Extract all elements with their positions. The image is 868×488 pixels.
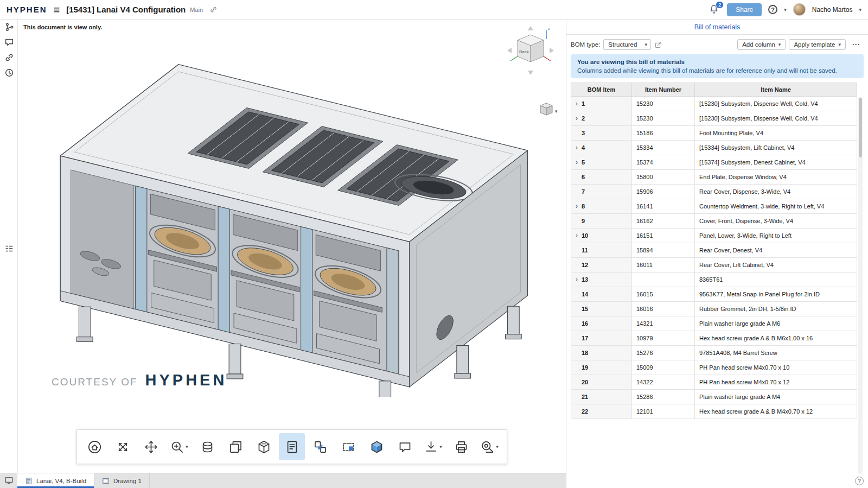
- expand-arrow-icon[interactable]: ›: [576, 100, 582, 107]
- export-button[interactable]: ▾: [420, 433, 446, 460]
- bom-item-cell[interactable]: ›2: [571, 111, 632, 126]
- table-row[interactable]: ›5 15374 [15374] Subsystem, Denest Cabin…: [571, 155, 857, 170]
- apply-template-button[interactable]: Apply template ▾: [789, 39, 846, 50]
- section-button[interactable]: [335, 433, 361, 460]
- expand-arrow-icon[interactable]: ›: [576, 115, 582, 122]
- open-in-new-icon[interactable]: [654, 41, 662, 49]
- table-row[interactable]: 18 15276 97851A408, M4 Barrel Screw: [571, 346, 857, 360]
- table-row[interactable]: 11 15894 Rear Cover, Denest, V4: [571, 243, 857, 258]
- history-button[interactable]: [0, 65, 18, 80]
- table-row[interactable]: 16 14321 Plain washer large grade A M6: [571, 316, 857, 331]
- view-options-button[interactable]: ▾: [540, 103, 558, 115]
- comments-button[interactable]: [0, 35, 18, 50]
- bom-item-cell[interactable]: 21: [571, 390, 632, 404]
- bom-item-cell[interactable]: ›5: [571, 155, 632, 170]
- bom-item-cell[interactable]: 11: [571, 243, 632, 258]
- bom-item-cell[interactable]: 9: [571, 214, 632, 229]
- chevron-down-icon[interactable]: ▾: [496, 444, 499, 449]
- isometric-button[interactable]: [363, 433, 390, 460]
- model-render[interactable]: [20, 28, 557, 397]
- bom-item-cell[interactable]: 17: [571, 331, 632, 346]
- main-menu-icon[interactable]: ≡: [54, 4, 60, 15]
- chevron-down-icon[interactable]: ▾: [555, 109, 558, 114]
- notifications-button[interactable]: 2: [709, 4, 720, 16]
- table-row[interactable]: 21 15286 Plain washer large grade A M4: [571, 390, 857, 404]
- workspace-label[interactable]: Main: [190, 7, 203, 13]
- add-column-button[interactable]: Add column ▾: [737, 39, 786, 50]
- chevron-down-icon[interactable]: ▾: [186, 444, 188, 449]
- tab-lanai-v4-b-build[interactable]: Lanai, V4, B-Build: [17, 473, 94, 488]
- bom-item-cell[interactable]: 12: [571, 258, 632, 272]
- expand-arrow-icon[interactable]: ›: [576, 276, 582, 283]
- column-header-bom-item[interactable]: BOM Item: [571, 83, 632, 97]
- table-row[interactable]: ›10 16151 Panel, Lower, 3-Wide, Right to…: [571, 229, 857, 243]
- bom-item-cell[interactable]: ›4: [571, 141, 632, 155]
- table-row[interactable]: 3 15186 Foot Mounting Plate, V4: [571, 126, 857, 141]
- table-row[interactable]: 14 16015 9563K77, Metal Snap-in Panel Pl…: [571, 287, 857, 302]
- help-chevron-down-icon[interactable]: ▾: [784, 7, 787, 12]
- viewcube-face-label[interactable]: Back: [519, 49, 529, 54]
- references-button[interactable]: [0, 50, 18, 65]
- bom-item-cell[interactable]: 16: [571, 316, 632, 331]
- bom-item-cell[interactable]: 19: [571, 360, 632, 375]
- bom-item-cell[interactable]: ›1: [571, 97, 632, 111]
- bom-item-cell[interactable]: 14: [571, 287, 632, 302]
- bom-help-button[interactable]: ?: [855, 477, 864, 485]
- versions-button[interactable]: [0, 20, 18, 35]
- table-row[interactable]: 9 16162 Cover, Front, Dispense, 3-Wide, …: [571, 214, 857, 229]
- copy-views-button[interactable]: [307, 433, 333, 460]
- help-button[interactable]: ?: [768, 5, 777, 14]
- view-cube[interactable]: Back z ▾: [501, 23, 561, 118]
- column-header-item-number[interactable]: Item Number: [632, 83, 695, 97]
- print-button[interactable]: [448, 433, 474, 460]
- bom-button[interactable]: [279, 433, 305, 460]
- pan-button[interactable]: [138, 433, 164, 460]
- bom-item-cell[interactable]: 18: [571, 346, 632, 360]
- zoom-button[interactable]: ▾: [166, 433, 192, 460]
- table-row[interactable]: 20 14322 PH Pan head screw M4x0.70 x 12: [571, 375, 857, 390]
- expand-arrow-icon[interactable]: ›: [576, 144, 582, 151]
- table-row[interactable]: 12 16011 Rear Cover, Lift Cabinet, V4: [571, 258, 857, 272]
- share-button[interactable]: Share: [727, 3, 762, 16]
- table-row[interactable]: ›4 15334 [15334] Subsystem, Lift Cabinet…: [571, 141, 857, 155]
- bom-type-dropdown[interactable]: Structured ▾: [603, 39, 651, 50]
- table-row[interactable]: ›8 16141 Countertop Weldment, 3-wide, Ri…: [571, 199, 857, 214]
- bom-item-cell[interactable]: ›10: [571, 229, 632, 243]
- bom-item-cell[interactable]: 20: [571, 375, 632, 390]
- more-options-icon[interactable]: ···: [849, 39, 864, 50]
- rotate-button[interactable]: [110, 433, 136, 460]
- table-row[interactable]: ›2 15230 [15230] Subsystem, Dispense Wel…: [571, 111, 857, 126]
- link-icon[interactable]: [209, 5, 218, 14]
- expand-arrow-icon[interactable]: ›: [576, 232, 582, 239]
- manage-tabs-button[interactable]: [0, 473, 17, 488]
- table-row[interactable]: ›13 8365T61: [571, 272, 857, 287]
- bom-scrollbar-thumb[interactable]: [859, 98, 862, 157]
- bom-item-cell[interactable]: 7: [571, 185, 632, 199]
- table-row[interactable]: 6 15800 End Plate, Dispense Window, V4: [571, 170, 857, 185]
- bom-item-cell[interactable]: ›13: [571, 272, 632, 287]
- table-row[interactable]: ›1 15230 [15230] Subsystem, Dispense Wel…: [571, 97, 857, 111]
- model-tree-toggle[interactable]: [0, 241, 18, 256]
- expand-arrow-icon[interactable]: ›: [576, 159, 582, 166]
- bom-item-cell[interactable]: 6: [571, 170, 632, 185]
- bom-item-cell[interactable]: 15: [571, 302, 632, 316]
- turntable-button[interactable]: [194, 433, 220, 460]
- table-row[interactable]: 22 12101 Hex head screw grade A & B M4x0…: [571, 404, 857, 419]
- exploded-view-button[interactable]: [251, 433, 277, 460]
- bom-item-cell[interactable]: ›8: [571, 199, 632, 214]
- table-row[interactable]: 7 15906 Rear Cover, Dispense, 3-Wide, V4: [571, 185, 857, 199]
- user-chevron-down-icon[interactable]: ▾: [859, 7, 861, 12]
- table-row[interactable]: 17 10979 Hex head screw grade A & B M6x1…: [571, 331, 857, 346]
- named-views-button[interactable]: [222, 433, 248, 460]
- tab-drawing-1[interactable]: Drawing 1: [94, 473, 150, 488]
- bom-item-cell[interactable]: 3: [571, 126, 632, 141]
- table-row[interactable]: 15 16016 Rubber Grommet, 2in DH, 1-5/8in…: [571, 302, 857, 316]
- column-header-item-name[interactable]: Item Name: [695, 83, 857, 97]
- avatar[interactable]: [793, 3, 806, 16]
- bom-item-cell[interactable]: 22: [571, 404, 632, 419]
- expand-arrow-icon[interactable]: ›: [576, 202, 582, 210]
- bom-scrollbar[interactable]: [858, 97, 863, 474]
- model-canvas[interactable]: This document is view only.: [18, 20, 566, 473]
- table-row[interactable]: 19 15009 PH Pan head screw M4x0.70 x 10: [571, 360, 857, 375]
- measure-button[interactable]: ▾: [476, 433, 502, 460]
